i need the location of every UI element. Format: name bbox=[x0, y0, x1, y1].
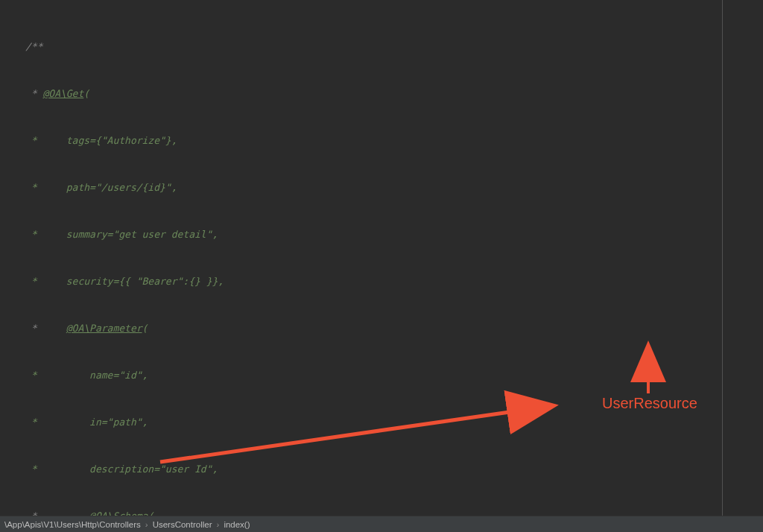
code-line: * bbox=[25, 323, 66, 334]
chevron-right-icon: › bbox=[217, 520, 220, 529]
code-text: ( bbox=[148, 510, 153, 516]
oa-get-annotation[interactable]: @OA\Get bbox=[42, 88, 83, 99]
breadcrumb-item[interactable]: \App\Apis\V1\Users\Http\Controllers bbox=[4, 520, 141, 529]
code-line: * name="id", bbox=[25, 370, 148, 381]
code-editor[interactable]: /** * @OA\Get( * tags={"Authorize"}, * p… bbox=[0, 0, 763, 516]
annotation-label: UserResource bbox=[602, 395, 697, 412]
code-line: * description="user Id", bbox=[25, 463, 218, 475]
code-line: * bbox=[25, 510, 89, 516]
code-line: * security={{ "Bearer":{} }}, bbox=[25, 276, 224, 287]
oa-parameter-annotation[interactable]: @OA\Parameter bbox=[66, 323, 142, 334]
code-line: * summary="get user detail", bbox=[25, 229, 218, 240]
code-line: * bbox=[25, 88, 42, 99]
right-margin-guide bbox=[722, 0, 723, 516]
code-text: ( bbox=[83, 88, 89, 99]
chevron-right-icon: › bbox=[145, 520, 148, 529]
code-line: * tags={"Authorize"}, bbox=[25, 135, 177, 146]
breadcrumb-item[interactable]: index() bbox=[224, 520, 250, 529]
breadcrumb[interactable]: \App\Apis\V1\Users\Http\Controllers › Us… bbox=[0, 516, 763, 532]
code-area[interactable]: /** * @OA\Get( * tags={"Authorize"}, * p… bbox=[25, 7, 763, 516]
code-line: /** bbox=[25, 41, 42, 52]
code-line: * path="/users/{id}", bbox=[25, 182, 177, 193]
oa-schema-annotation[interactable]: @OA\Schema bbox=[89, 510, 148, 516]
code-line: * in="path", bbox=[25, 417, 148, 428]
code-text: ( bbox=[142, 323, 148, 334]
breadcrumb-item[interactable]: UsersController bbox=[153, 520, 212, 529]
